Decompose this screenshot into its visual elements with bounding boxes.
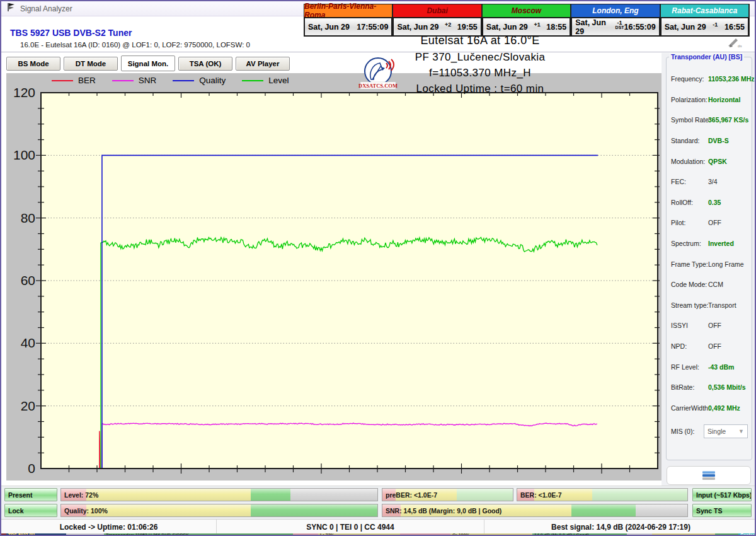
tp-label: BitRate: xyxy=(671,383,708,391)
tp-value: 365,967 KS/s xyxy=(708,116,748,124)
window-title: Signal Analyzer xyxy=(20,4,72,13)
clock-offset: -1DST xyxy=(616,21,624,30)
tab-tsa[interactable]: TSA (OK) xyxy=(178,57,232,71)
sync-ts-badge: Sync TS xyxy=(692,504,752,517)
svg-text:dis: dis xyxy=(738,44,742,48)
tab-bs-mode[interactable]: BS Mode xyxy=(6,57,60,71)
transponder-row: Frame Type: Long Frame xyxy=(671,253,752,274)
clock-date: Sat, Jun 29 xyxy=(665,23,706,32)
svg-text:100: 100 xyxy=(13,148,35,162)
mis-row: MIS (0): Single ▼ xyxy=(671,424,752,438)
tp-value: 0,536 Mbit/s xyxy=(708,383,746,391)
statusbar-sync: SYNC 0 | TEI 0 | CC 4944 xyxy=(217,520,484,534)
statusbar-uptime: Locked -> Uptime: 01:06:26 xyxy=(1,520,217,534)
tab-dt-mode[interactable]: DT Mode xyxy=(64,57,118,71)
chart-legend: BER SNR Quality Level xyxy=(52,76,289,85)
clock-city: Rabat-Casablanca xyxy=(660,4,749,17)
tp-label: Standard: xyxy=(671,137,708,144)
legend-item-level: Level xyxy=(242,76,289,85)
clock-city: London, Eng xyxy=(571,4,660,17)
tp-value: 3/4 xyxy=(708,178,718,185)
app-icon xyxy=(6,3,16,15)
tab-av-player[interactable]: AV Player xyxy=(236,57,290,71)
stream-list-button[interactable] xyxy=(667,466,751,485)
tp-label: NPD: xyxy=(671,342,708,350)
tp-label: Modulation: xyxy=(671,158,708,165)
sliver-segment: Q: 100% xyxy=(450,533,532,536)
legend-dash xyxy=(52,80,73,81)
tp-label: Symbol Rate: xyxy=(671,116,708,124)
sliver-segment xyxy=(66,533,104,536)
clock-time-cell: Sat, Jun 29-1 16:55 xyxy=(660,17,749,37)
meter-label: SNR: 14,5 dB (Margin: 9,0 dB | Good) xyxy=(386,507,501,515)
clock-city: Dubai xyxy=(392,4,481,17)
input-badge: Input (~517 Kbps) xyxy=(692,488,752,501)
status-area: Present Level: 72% preBER: <1.0E-7 BER: … xyxy=(1,486,756,536)
transponder-row: Stream type: Transport xyxy=(671,295,752,316)
tp-label: Spectrum: xyxy=(671,240,708,247)
tab-signal-mon[interactable]: Signal Mon. xyxy=(121,55,175,71)
transponder-row: Pilot: OFF xyxy=(671,213,752,233)
clock-offset: -1 xyxy=(713,23,718,27)
transponder-row: NPD: OFF xyxy=(671,336,752,357)
clock-widget-logo-icon: dis xyxy=(727,37,743,51)
world-clocks-panel: Berlin-Paris-Vienna-Roma Sat, Jun 29 17:… xyxy=(304,4,750,37)
tp-value: 11053,236 MHz xyxy=(708,75,755,83)
tp-value: Transport xyxy=(708,301,736,309)
meter-label: Level: 72% xyxy=(64,491,98,499)
clock-date: Sat, Jun 29 xyxy=(397,23,438,32)
tp-value: QPSK xyxy=(708,158,727,165)
clock-time-cell: Sat, Jun 29-1DST 16:55:09 xyxy=(571,17,660,37)
sliver-segment xyxy=(1,533,6,536)
status-bar: Locked -> Uptime: 01:06:26 SYNC 0 | TEI … xyxy=(1,519,756,534)
mis-label: MIS (0): xyxy=(671,428,704,435)
sliver-segment xyxy=(400,533,450,536)
meter-label: BER: <1.0E-7 xyxy=(520,491,562,499)
ber-meter: BER: <1.0E-7 xyxy=(517,488,688,501)
clock-time: 16:55:09 xyxy=(624,23,656,32)
clock-time: 19:55 xyxy=(457,23,478,32)
legend-label: Quality xyxy=(199,76,226,85)
transponder-panel-title: Transponder (AU) [BS] xyxy=(669,53,744,61)
level-meter: Level: 72% xyxy=(60,488,378,501)
signal-chart: 020406080100120 xyxy=(6,73,662,481)
sliver-segment: TBS 5927 [0] xyxy=(6,533,66,536)
transponder-row: FEC: 3/4 xyxy=(671,172,752,192)
meter-label: preBER: <1.0E-7 xyxy=(386,491,437,499)
svg-text:60: 60 xyxy=(21,273,35,288)
clock-time-cell: Sat, Jun 29+2 19:55 xyxy=(392,17,481,37)
tp-value: OFF xyxy=(708,219,721,226)
server-icon xyxy=(702,471,715,480)
lock-badge: Lock xyxy=(4,504,57,517)
legend-item-ber: BER xyxy=(52,76,96,85)
sliver-segment xyxy=(652,533,715,536)
clock-city: Berlin-Paris-Vienna-Roma xyxy=(304,4,392,17)
snr-meter: SNR: 14,5 dB (Margin: 9,0 dB | Good) xyxy=(382,504,688,517)
svg-text:0: 0 xyxy=(28,461,35,475)
present-badge: Present xyxy=(4,488,57,501)
transponder-row: RF Level: -43 dBm xyxy=(671,356,752,377)
transponder-row: Polarization: Horizontal xyxy=(671,90,752,110)
dxsatcs-logo: DXSATCS.COM xyxy=(358,57,398,93)
transponder-row: Spectrum: Inverted xyxy=(671,233,752,254)
world-clock-4: London, Eng Sat, Jun 29-1DST 16:55:09 xyxy=(571,4,660,37)
sliver-segment xyxy=(715,533,738,536)
tp-value: Long Frame xyxy=(708,260,744,268)
legend-item-snr: SNR xyxy=(112,76,157,85)
legend-item-quality: Quality xyxy=(173,76,226,85)
tp-value: OFF xyxy=(708,322,721,329)
mis-value: Single xyxy=(707,428,726,435)
transponder-panel: Transponder (AU) [BS] Frequency: 11053,2… xyxy=(666,57,752,460)
tp-value: Inverted xyxy=(708,240,734,247)
legend-dash xyxy=(173,80,194,81)
background-window-sliver: TBS 5927 [0]Transponder: 11053 H 366 DVB… xyxy=(1,533,756,536)
tuner-info: TBS 5927 USB DVB-S2 Tuner 16.0E - Eutels… xyxy=(10,28,250,49)
svg-text:DXSATCS.COM: DXSATCS.COM xyxy=(358,83,398,89)
svg-text:80: 80 xyxy=(21,211,35,225)
transponder-row: CarrierWidth: 0,492 MHz xyxy=(671,398,752,419)
legend-label: SNR xyxy=(139,76,157,85)
tp-value: -43 dBm xyxy=(708,363,734,371)
sliver-segment: L: 72% xyxy=(318,533,400,536)
mode-tabs: BS Mode DT Mode Signal Mon. TSA (OK) AV … xyxy=(6,57,290,71)
mis-dropdown[interactable]: Single ▼ xyxy=(704,424,748,438)
